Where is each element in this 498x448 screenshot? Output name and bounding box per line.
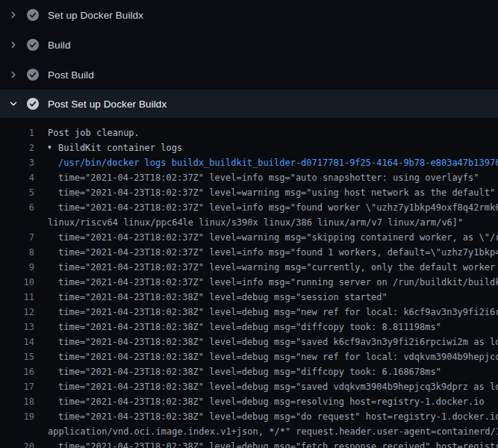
line-number[interactable]: 5 [0, 185, 34, 200]
log-line: 17 time="2021-04-23T18:02:38Z" level=deb… [0, 379, 498, 394]
step-row-post-build[interactable]: Post Build [0, 60, 498, 90]
log-line-text: time="2021-04-23T18:02:38Z" level=debug … [58, 364, 441, 379]
step-row-set-up-docker-buildx[interactable]: Set up Docker Buildx [0, 0, 498, 30]
line-number[interactable]: 7 [0, 230, 34, 245]
log-line: 5 time="2021-04-23T18:02:37Z" level=warn… [0, 185, 498, 200]
group-collapse-icon[interactable]: ▼ [48, 140, 58, 155]
log-line-text: time="2021-04-23T18:02:38Z" level=debug … [58, 439, 498, 448]
line-number[interactable]: 15 [0, 349, 34, 364]
line-number[interactable]: 16 [0, 364, 34, 379]
log-line: 4 time="2021-04-23T18:02:37Z" level=info… [0, 170, 498, 185]
line-number[interactable]: 2 [0, 140, 34, 155]
log-console[interactable]: 1 Post job cleanup. 2 ▼ BuildKit contain… [0, 118, 498, 448]
step-row-post-set-up-docker-buildx[interactable]: Post Set up Docker Buildx [0, 90, 498, 118]
log-line: 18 time="2021-04-23T18:02:38Z" level=deb… [0, 394, 498, 409]
check-circle-icon [27, 69, 39, 81]
log-line: 10 time="2021-04-23T18:02:37Z" level=inf… [0, 275, 498, 290]
log-line: 13 time="2021-04-23T18:02:38Z" level=deb… [0, 320, 498, 335]
step-label: Build [48, 40, 71, 51]
workflow-log-viewer: Set up Docker Buildx Build Post Build Po… [0, 0, 498, 448]
log-line: 7 time="2021-04-23T18:02:37Z" level=warn… [0, 230, 498, 245]
log-line-text: time="2021-04-23T18:02:37Z" level=info m… [58, 245, 498, 260]
chevron-right-icon [8, 40, 19, 50]
log-line-text: time="2021-04-23T18:02:38Z" level=debug … [58, 335, 498, 349]
log-line-text: time="2021-04-23T18:02:38Z" level=debug … [58, 379, 498, 394]
line-number[interactable]: 4 [0, 170, 34, 185]
line-number[interactable]: 10 [0, 275, 34, 290]
step-label: Set up Docker Buildx [48, 10, 143, 21]
line-number[interactable]: 6 [0, 200, 34, 215]
log-line: 8 time="2021-04-23T18:02:37Z" level=info… [0, 245, 498, 260]
line-number[interactable]: 18 [0, 394, 34, 409]
step-label: Post Set up Docker Buildx [48, 99, 166, 110]
line-number[interactable]: 3 [0, 155, 34, 170]
line-number[interactable] [0, 215, 34, 230]
log-line: linux/riscv64 linux/ppc64le linux/s390x … [0, 215, 498, 230]
line-number[interactable]: 9 [0, 260, 34, 275]
check-circle-icon [27, 98, 39, 110]
steps-list: Set up Docker Buildx Build Post Build Po… [0, 0, 498, 118]
log-line: 6 time="2021-04-23T18:02:37Z" level=info… [0, 200, 498, 215]
log-line: 1 Post job cleanup. [0, 125, 498, 140]
line-number[interactable]: 17 [0, 379, 34, 394]
line-number[interactable]: 1 [0, 125, 34, 140]
step-label: Post Build [48, 69, 94, 81]
log-line: 14 time="2021-04-23T18:02:38Z" level=deb… [0, 335, 498, 349]
log-line-text: time="2021-04-23T18:02:37Z" level=info m… [58, 275, 498, 290]
line-number[interactable] [0, 424, 34, 439]
line-number[interactable]: 12 [0, 305, 34, 320]
log-line-text: /usr/bin/docker logs buildx_buildkit_bui… [58, 155, 498, 170]
log-line-text: time="2021-04-23T18:02:38Z" level=debug … [58, 409, 498, 424]
line-number[interactable]: 8 [0, 245, 34, 260]
chevron-right-icon [8, 10, 19, 20]
log-line: application/vnd.oci.image.index.v1+json,… [0, 424, 498, 439]
line-number[interactable]: 13 [0, 320, 34, 335]
log-line-text: time="2021-04-23T18:02:38Z" level=debug … [58, 305, 498, 320]
log-line-text: BuildKit container logs [58, 140, 182, 155]
log-line-text: time="2021-04-23T18:02:37Z" level=info m… [58, 170, 479, 185]
log-line-text: application/vnd.oci.image.index.v1+json,… [48, 424, 498, 439]
log-line: 11 time="2021-04-23T18:02:38Z" level=deb… [0, 290, 498, 305]
log-line-text: time="2021-04-23T18:02:38Z" level=debug … [58, 290, 387, 305]
step-row-build[interactable]: Build [0, 30, 498, 60]
log-line: 2 ▼ BuildKit container logs [0, 140, 498, 155]
log-line: 9 time="2021-04-23T18:02:37Z" level=warn… [0, 260, 498, 275]
log-line-text: time="2021-04-23T18:02:37Z" level=warnin… [58, 230, 498, 245]
chevron-right-icon [8, 69, 19, 80]
log-line-text: Post job cleanup. [48, 125, 140, 140]
log-line: 16 time="2021-04-23T18:02:38Z" level=deb… [0, 364, 498, 379]
log-line-text: time="2021-04-23T18:02:37Z" level=warnin… [58, 185, 495, 200]
log-line-text: time="2021-04-23T18:02:37Z" level=info m… [58, 200, 498, 215]
line-number[interactable]: 20 [0, 439, 34, 448]
log-line: 12 time="2021-04-23T18:02:38Z" level=deb… [0, 305, 498, 320]
log-line: 3 /usr/bin/docker logs buildx_buildkit_b… [0, 155, 498, 170]
log-line-text: linux/riscv64 linux/ppc64le linux/s390x … [48, 215, 463, 230]
log-line: 15 time="2021-04-23T18:02:38Z" level=deb… [0, 349, 498, 364]
check-circle-icon [27, 39, 39, 51]
line-number[interactable]: 11 [0, 290, 34, 305]
log-line-text: time="2021-04-23T18:02:37Z" level=warnin… [58, 260, 498, 275]
check-circle-icon [27, 9, 39, 21]
log-line-text: time="2021-04-23T18:02:38Z" level=debug … [58, 394, 485, 409]
line-number[interactable]: 19 [0, 409, 34, 424]
log-line: 19 time="2021-04-23T18:02:38Z" level=deb… [0, 409, 498, 424]
chevron-down-icon [8, 99, 19, 109]
log-line-text: time="2021-04-23T18:02:38Z" level=debug … [58, 320, 441, 335]
log-line-text: time="2021-04-23T18:02:38Z" level=debug … [58, 349, 498, 364]
log-line: 20 time="2021-04-23T18:02:38Z" level=deb… [0, 439, 498, 448]
line-number[interactable]: 14 [0, 335, 34, 349]
